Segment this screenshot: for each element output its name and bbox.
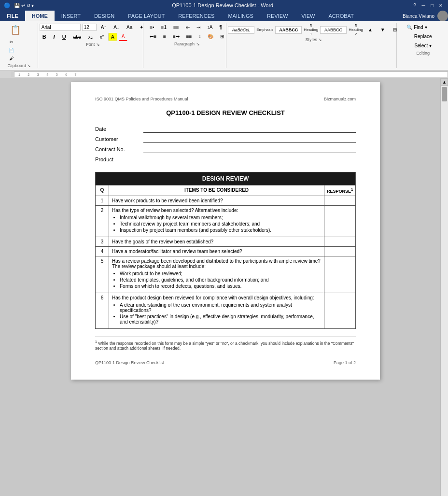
decrease-indent-button[interactable]: ⇤	[183, 23, 193, 31]
clear-format-button[interactable]: ✦	[137, 23, 146, 31]
font-family-input[interactable]	[40, 24, 81, 31]
styles-expand[interactable]: ⊞	[390, 26, 400, 34]
footnote-section: 1 While the response recorded on this fo…	[95, 337, 356, 351]
title-bar-title: QP1100-1 Design Review Checklist - Word	[34, 2, 411, 8]
tab-review[interactable]: REVIEW	[260, 11, 294, 21]
styles-expand-btn[interactable]: ↘	[318, 37, 322, 42]
scroll-thumb[interactable]	[442, 87, 447, 101]
bullet-item: Forms on which to record defects, questi…	[120, 283, 321, 289]
align-left-button[interactable]: ⬅≡	[147, 32, 159, 41]
style-heading2-label[interactable]: ¶ Heading 2	[349, 23, 363, 36]
font-color-button[interactable]: A	[119, 32, 128, 41]
row5-response[interactable]	[324, 256, 356, 293]
scroll-area[interactable]: ISO 9001 QMS Policies and Procedures Man…	[11, 78, 440, 496]
bold-button[interactable]: B	[40, 33, 49, 41]
align-center-button[interactable]: ≡	[160, 32, 169, 41]
sort-button[interactable]: ↕A	[204, 23, 216, 31]
increase-indent-button[interactable]: ⇥	[194, 23, 203, 31]
table-row: 6 Has the product design been reviewed f…	[96, 293, 356, 329]
row3-response[interactable]	[324, 237, 356, 247]
styles-scroll-up[interactable]: ▲	[365, 26, 376, 34]
multilevel-button[interactable]: ≡≡	[170, 23, 182, 31]
tab-design[interactable]: DESIGN	[87, 11, 121, 21]
underline-button[interactable]: U	[59, 33, 69, 41]
strikethrough-button[interactable]: abc	[70, 33, 84, 41]
cut-button[interactable]: ✂	[6, 38, 17, 46]
align-right-button[interactable]: ≡➡	[170, 32, 182, 41]
row3-text: Have the goals of the review been establ…	[109, 237, 324, 247]
maximize-icon[interactable]: □	[429, 2, 435, 9]
style-heading1[interactable]: AABBCC	[275, 26, 302, 34]
numbering-button[interactable]: ≡1	[158, 23, 169, 31]
form-row-contract: Contract No.	[95, 145, 356, 153]
form-line-customer[interactable]	[143, 135, 356, 143]
help-icon[interactable]: ?	[411, 2, 418, 9]
show-marks-button[interactable]: ¶	[216, 23, 224, 31]
minimize-icon[interactable]: ─	[420, 2, 427, 9]
find-button[interactable]: 🔍 Find ▾	[404, 23, 442, 31]
row6-bullets: A clear understanding of the user enviro…	[120, 302, 321, 325]
replace-button[interactable]: Replace	[404, 32, 442, 41]
bullet-item: Technical review by project team members…	[120, 221, 321, 227]
border-button[interactable]: ⊞	[217, 32, 227, 41]
scroll-track[interactable]	[441, 86, 448, 496]
tab-home[interactable]: HOME	[25, 11, 55, 21]
bullets-button[interactable]: ≡•	[147, 23, 157, 31]
form-line-date[interactable]	[143, 125, 356, 133]
line-spacing-button[interactable]: ↕	[196, 32, 204, 41]
style-emphasis-label[interactable]: Emphasis	[256, 28, 273, 32]
tab-acrobat[interactable]: ACROBAT	[322, 11, 360, 21]
font-expand[interactable]: ↘	[96, 42, 100, 47]
grow-font-button[interactable]: A↑	[98, 23, 110, 31]
select-button[interactable]: Select ▾	[404, 42, 442, 50]
quick-access: 💾 ↩ ↺ ▾	[14, 3, 34, 8]
change-case-button[interactable]: Aa	[124, 23, 135, 31]
row2-response[interactable]	[324, 206, 356, 237]
paste-button[interactable]: 📋	[6, 23, 25, 37]
subscript-button[interactable]: x₂	[85, 33, 96, 41]
row6-response[interactable]	[324, 293, 356, 329]
shrink-font-button[interactable]: A↓	[111, 23, 122, 31]
tab-page-layout[interactable]: PAGE LAYOUT	[121, 11, 171, 21]
clipboard-label: Clipboard ↘	[7, 63, 31, 68]
style-emphasis[interactable]: AaBbCcL	[228, 26, 254, 34]
styles-scroll-down[interactable]: ▼	[378, 26, 388, 34]
font-size-input[interactable]	[82, 24, 97, 31]
main-area: ISO 9001 QMS Policies and Procedures Man…	[0, 78, 448, 496]
footnote-marker: 1	[95, 340, 97, 343]
row4-response[interactable]	[324, 247, 356, 256]
table-title-row: DESIGN REVIEW	[96, 172, 356, 185]
paragraph-expand[interactable]: ↘	[196, 42, 200, 46]
tab-insert[interactable]: INSERT	[55, 11, 87, 21]
scroll-up-button[interactable]: ▲	[441, 78, 448, 86]
header-right: Bizmanualz.com	[324, 97, 356, 101]
clipboard-expand[interactable]: ↘	[27, 63, 31, 68]
superscript-button[interactable]: x²	[97, 33, 107, 41]
close-icon[interactable]: ✕	[437, 2, 444, 9]
tab-references[interactable]: REFERENCES	[171, 11, 221, 21]
shading-button[interactable]: 🎨	[205, 32, 216, 41]
italic-button[interactable]: I	[51, 33, 58, 41]
form-line-contract[interactable]	[143, 145, 356, 153]
row1-response[interactable]	[324, 196, 356, 206]
highlight-button[interactable]: A	[108, 33, 117, 41]
style-heading1-label[interactable]: ¶ Heading 1	[304, 23, 318, 36]
tab-file[interactable]: FILE	[0, 11, 25, 21]
table-row: 3 Have the goals of the review been esta…	[96, 237, 356, 247]
style-heading2[interactable]: AABBCC	[320, 26, 347, 34]
bullet-item: Related templates, guidelines, and other…	[120, 277, 321, 283]
user-avatar	[437, 11, 448, 21]
tab-mailings[interactable]: MAILINGS	[221, 11, 260, 21]
justify-button[interactable]: ≡≡	[183, 32, 195, 41]
format-painter-button[interactable]: 🖌	[6, 55, 17, 62]
doc-title: QP1100-1 DESIGN REVIEW CHECKLIST	[95, 109, 356, 116]
ribbon-group-font: A↑ A↓ Aa ✦ B I U abc x₂ x² A A Font ↘	[46, 23, 143, 68]
row5-content: Has a review package been developed and …	[109, 256, 324, 293]
tab-view[interactable]: VIEW	[294, 11, 322, 21]
review-table: DESIGN REVIEW Q ITEMS TO BE CONSIDERED R…	[95, 172, 356, 329]
ribbon-group-styles: AaBbCcL Emphasis AABBCC ¶ Heading 1 AABB…	[234, 23, 397, 68]
copy-button[interactable]: 📄	[6, 46, 17, 54]
bullet-item: A clear understanding of the user enviro…	[120, 302, 321, 313]
form-line-product[interactable]	[143, 156, 356, 163]
bullet-item: Work product to be reviewed;	[120, 271, 321, 276]
